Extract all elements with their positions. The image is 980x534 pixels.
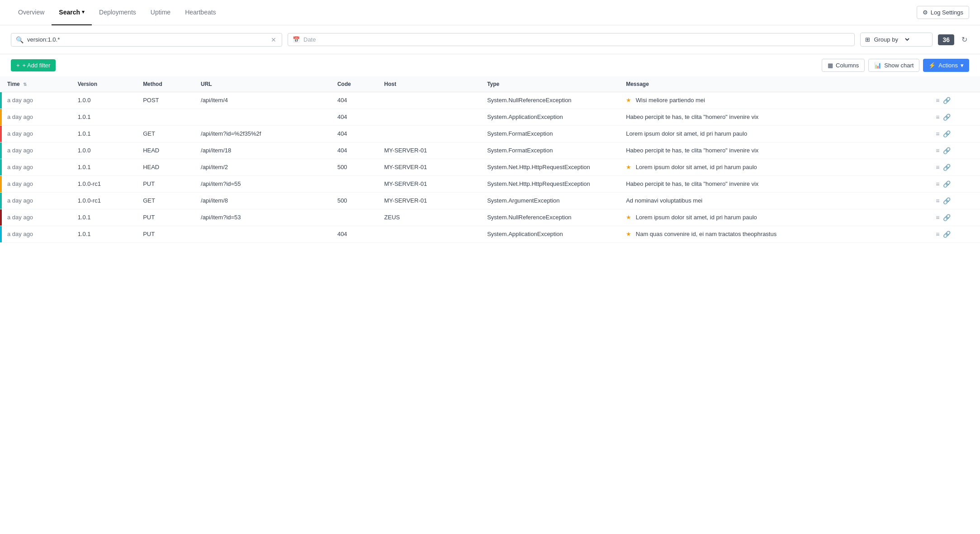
row-message: Habeo percipit te has, te clita "homero"… <box>620 142 930 159</box>
row-code: 500 <box>332 193 379 209</box>
star-icon: ★ <box>626 214 631 221</box>
table-row[interactable]: a day ago 1.0.0-rc1 PUT /api/item?id=55 … <box>0 176 980 193</box>
add-filter-button[interactable]: + + Add filter <box>11 59 56 71</box>
row-link-icon[interactable]: 🔗 <box>943 113 951 121</box>
row-code: 500 <box>332 159 379 176</box>
row-details-icon[interactable]: ≡ <box>936 113 939 121</box>
row-details-icon[interactable]: ≡ <box>936 164 939 171</box>
show-chart-button[interactable]: 📊 Show chart <box>868 59 919 72</box>
row-version: 1.0.0-rc1 <box>72 176 138 193</box>
row-link-icon[interactable]: 🔗 <box>943 214 951 221</box>
row-code <box>332 209 379 226</box>
table-row[interactable]: a day ago 1.0.1 PUT /api/item?id=53 ZEUS… <box>0 209 980 226</box>
row-type: System.Net.Http.HttpRequestException <box>482 176 620 193</box>
row-type: System.ApplicationException <box>482 109 620 126</box>
nav-heartbeats[interactable]: Heartbeats <box>178 0 223 25</box>
row-message: Habeo percipit te has, te clita "homero"… <box>620 109 930 126</box>
refresh-button[interactable]: ↻ <box>960 33 969 46</box>
row-method: HEAD <box>137 159 195 176</box>
row-method: PUT <box>137 226 195 243</box>
row-url: /api/item?id=%2f35%2f <box>195 126 332 142</box>
table-row[interactable]: a day ago 1.0.1 HEAD /api/item/2 500 MY-… <box>0 159 980 176</box>
nav-search[interactable]: Search ▾ <box>52 0 92 25</box>
row-message: ★ Lorem ipsum dolor sit amet, id pri har… <box>620 159 930 176</box>
layers-icon: ⊞ <box>865 36 870 43</box>
row-url: /api/item/18 <box>195 142 332 159</box>
table-row[interactable]: a day ago 1.0.0 HEAD /api/item/18 404 MY… <box>0 142 980 159</box>
group-by-select[interactable] <box>902 36 911 43</box>
plus-icon: + <box>16 62 20 69</box>
row-url: /api/item/2 <box>195 159 332 176</box>
row-details-icon[interactable]: ≡ <box>936 147 939 154</box>
row-time: a day ago <box>2 193 72 209</box>
columns-button[interactable]: ▦ Columns <box>822 59 865 72</box>
table-row[interactable]: a day ago 1.0.1 PUT 404 System.Applicati… <box>0 226 980 243</box>
row-details-icon[interactable]: ≡ <box>936 197 939 204</box>
row-version: 1.0.0 <box>72 92 138 109</box>
date-picker[interactable]: 📅 Date <box>288 33 855 46</box>
row-version: 1.0.1 <box>72 126 138 142</box>
nav-overview[interactable]: Overview <box>11 0 52 25</box>
row-code <box>332 176 379 193</box>
row-link-icon[interactable]: 🔗 <box>943 180 951 188</box>
row-type: System.Net.Http.HttpRequestException <box>482 159 620 176</box>
filter-row: + + Add filter ▦ Columns 📊 Show chart ⚡ … <box>0 54 980 76</box>
row-time: a day ago <box>2 176 72 193</box>
col-time[interactable]: Time ⇅ <box>2 76 72 92</box>
row-time: a day ago <box>2 92 72 109</box>
row-details-icon[interactable]: ≡ <box>936 180 939 188</box>
table-row[interactable]: a day ago 1.0.1 GET /api/item?id=%2f35%2… <box>0 126 980 142</box>
col-method[interactable]: Method <box>137 76 195 92</box>
row-details-icon[interactable]: ≡ <box>936 231 939 238</box>
row-code: 404 <box>332 92 379 109</box>
row-method: HEAD <box>137 142 195 159</box>
calendar-icon: 📅 <box>293 36 300 43</box>
actions-button[interactable]: ⚡ Actions ▾ <box>923 59 969 72</box>
row-method: PUT <box>137 209 195 226</box>
result-count-badge: 36 <box>938 34 954 45</box>
col-host[interactable]: Host <box>379 76 482 92</box>
row-host: ZEUS <box>379 209 482 226</box>
sort-icon: ⇅ <box>23 82 27 87</box>
nav-uptime[interactable]: Uptime <box>143 0 178 25</box>
table-row[interactable]: a day ago 1.0.0-rc1 GET /api/item/8 500 … <box>0 193 980 209</box>
col-code[interactable]: Code <box>332 76 379 92</box>
row-host: MY-SERVER-01 <box>379 159 482 176</box>
row-url: /api/item?id=55 <box>195 176 332 193</box>
col-type[interactable]: Type <box>482 76 620 92</box>
row-link-icon[interactable]: 🔗 <box>943 164 951 171</box>
clear-search-button[interactable]: ✕ <box>270 36 277 43</box>
row-details-icon[interactable]: ≡ <box>936 97 939 104</box>
row-action-buttons: ≡ 🔗 <box>930 92 980 109</box>
row-message: ★ Lorem ipsum dolor sit amet, id pri har… <box>620 209 930 226</box>
row-host: MY-SERVER-01 <box>379 176 482 193</box>
row-action-buttons: ≡ 🔗 <box>930 226 980 243</box>
row-details-icon[interactable]: ≡ <box>936 214 939 221</box>
row-url <box>195 109 332 126</box>
row-type: System.NullReferenceException <box>482 209 620 226</box>
row-link-icon[interactable]: 🔗 <box>943 130 951 137</box>
row-details-icon[interactable]: ≡ <box>936 130 939 137</box>
star-icon: ★ <box>626 97 631 104</box>
row-version: 1.0.1 <box>72 209 138 226</box>
row-version: 1.0.1 <box>72 226 138 243</box>
row-message: Lorem ipsum dolor sit amet, id pri harum… <box>620 126 930 142</box>
col-version[interactable]: Version <box>72 76 138 92</box>
col-message[interactable]: Message <box>620 76 930 92</box>
row-link-icon[interactable]: 🔗 <box>943 197 951 204</box>
row-action-buttons: ≡ 🔗 <box>930 142 980 159</box>
row-link-icon[interactable]: 🔗 <box>943 231 951 238</box>
table-row[interactable]: a day ago 1.0.1 404 System.ApplicationEx… <box>0 109 980 126</box>
row-link-icon[interactable]: 🔗 <box>943 97 951 104</box>
row-message: Habeo percipit te has, te clita "homero"… <box>620 176 930 193</box>
filter-actions: ▦ Columns 📊 Show chart ⚡ Actions ▾ <box>822 59 969 72</box>
row-action-buttons: ≡ 🔗 <box>930 176 980 193</box>
col-url[interactable]: URL <box>195 76 332 92</box>
search-input[interactable] <box>27 36 266 43</box>
log-settings-button[interactable]: ⚙ Log Settings <box>917 6 969 19</box>
row-version: 1.0.1 <box>72 159 138 176</box>
nav-deployments[interactable]: Deployments <box>92 0 143 25</box>
search-toolbar: 🔍 ✕ 📅 Date ⊞ Group by 36 ↻ <box>0 25 980 54</box>
row-link-icon[interactable]: 🔗 <box>943 147 951 154</box>
table-row[interactable]: a day ago 1.0.0 POST /api/item/4 404 Sys… <box>0 92 980 109</box>
